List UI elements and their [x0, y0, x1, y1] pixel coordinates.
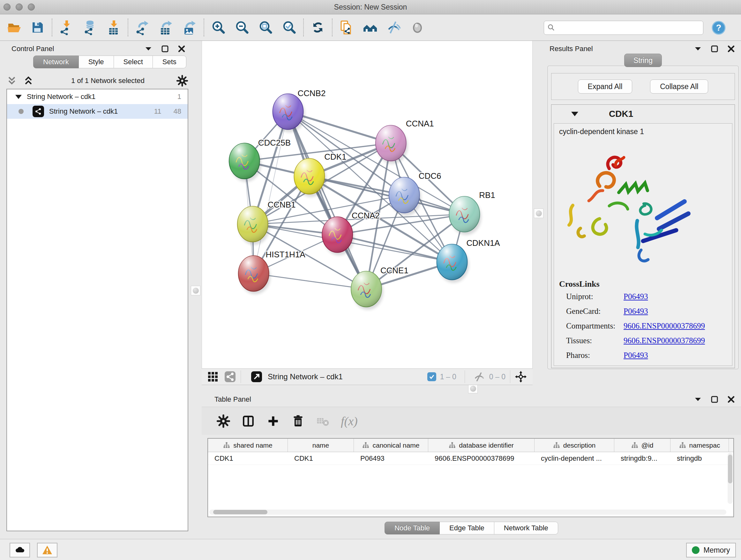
tab-network[interactable]: Network: [33, 56, 79, 68]
crosslink-uniprot-link[interactable]: P06493: [623, 292, 648, 301]
hidden-counts: 0 – 0: [489, 373, 506, 381]
zoom-in-icon[interactable]: [211, 20, 226, 35]
collection-expander-icon[interactable]: [15, 95, 22, 99]
network-row[interactable]: String Network – cdk1 11 48: [7, 104, 188, 119]
table-panel-float-icon[interactable]: [711, 395, 719, 403]
cell-description[interactable]: cyclin-dependent ...: [535, 452, 614, 464]
delete-column-icon[interactable]: [291, 414, 305, 428]
left-splitter[interactable]: [190, 41, 202, 539]
column-header-description[interactable]: description: [535, 439, 614, 452]
tab-edge-table[interactable]: Edge Table: [440, 522, 494, 535]
crosslink-genecard-link[interactable]: P06493: [623, 307, 648, 316]
network-node-CCNA2[interactable]: [322, 217, 354, 255]
network-node-CDKN1A[interactable]: [437, 244, 469, 283]
column-header-shared-name[interactable]: shared name: [208, 439, 288, 452]
memory-button[interactable]: Memory: [686, 543, 736, 557]
network-canvas[interactable]: CCNB2CCNA1CDC25BCDK1CDC6RB1CCNB1CCNA2CDK…: [202, 41, 533, 368]
results-panel-close-icon[interactable]: [727, 45, 735, 53]
table-panel-close-icon[interactable]: [727, 395, 735, 403]
results-panel-menu-icon[interactable]: [694, 45, 702, 53]
column-header-namespace[interactable]: namespac: [670, 439, 729, 452]
cell-database-identifier[interactable]: 9606.ENSP00000378699: [428, 452, 535, 464]
cell-name[interactable]: CDK1: [288, 452, 354, 464]
control-panel-menu-icon[interactable]: [144, 45, 152, 53]
detach-view-icon[interactable]: [251, 371, 263, 383]
cell-namespace[interactable]: stringdb: [670, 452, 729, 464]
crosslink-pharos-link[interactable]: P06493: [623, 351, 648, 360]
network-node-CCNA1[interactable]: [376, 125, 408, 164]
network-share-icon[interactable]: [224, 371, 236, 383]
results-panel-float-icon[interactable]: [711, 45, 719, 53]
pan-crosshair-icon[interactable]: [515, 371, 527, 383]
export-network-icon[interactable]: [135, 20, 150, 35]
tab-sets[interactable]: Sets: [153, 56, 186, 68]
gene-section-header[interactable]: CDK1: [551, 105, 735, 123]
table-settings-gear-icon[interactable]: [216, 414, 230, 428]
zoom-out-icon[interactable]: [234, 20, 250, 35]
save-session-icon[interactable]: [30, 20, 45, 35]
string-network-graph[interactable]: CCNB2CCNA1CDC25BCDK1CDC6RB1CCNB1CCNA2CDK…: [202, 41, 532, 368]
network-collection-row[interactable]: String Network – cdk1 1: [7, 89, 188, 104]
new-network-from-selection-icon[interactable]: [339, 20, 354, 35]
crosslink-tissues-link[interactable]: 9606.ENSP00000378699: [623, 336, 705, 345]
network-options-gear-icon[interactable]: [176, 75, 188, 87]
tab-style[interactable]: Style: [79, 56, 114, 68]
warnings-button[interactable]: [37, 543, 57, 557]
tab-node-table[interactable]: Node Table: [385, 522, 440, 535]
expand-all-button[interactable]: Expand All: [578, 79, 632, 94]
network-node-CCNE1[interactable]: [351, 271, 383, 310]
collapse-all-button[interactable]: Collapse All: [650, 79, 708, 94]
show-columns-icon[interactable]: [241, 414, 255, 428]
gene-expander-icon: [571, 112, 578, 116]
open-session-icon[interactable]: [6, 20, 22, 35]
cell-canonical-name[interactable]: P06493: [354, 452, 428, 464]
tab-select[interactable]: Select: [114, 56, 153, 68]
network-node-CDC25B[interactable]: [229, 143, 261, 182]
column-header-canonical-name[interactable]: canonical name: [354, 439, 428, 452]
control-panel-close-icon[interactable]: [178, 45, 186, 53]
search-input[interactable]: [556, 22, 703, 34]
network-node-CDC6[interactable]: [389, 177, 421, 216]
hide-selection-eye-icon[interactable]: [386, 20, 401, 35]
network-node-RB1[interactable]: [449, 196, 482, 235]
network-node-HIST1H1A[interactable]: [239, 256, 271, 294]
table-type-tabs: Node Table Edge Table Network Table: [202, 522, 741, 535]
help-icon[interactable]: ?: [711, 20, 727, 36]
control-panel-float-icon[interactable]: [161, 45, 169, 53]
import-table-from-file-icon[interactable]: [106, 20, 121, 35]
zoom-fit-icon[interactable]: [258, 20, 273, 35]
table-panel-menu-icon[interactable]: [694, 395, 702, 403]
import-network-from-database-icon[interactable]: [82, 20, 98, 35]
hidden-eye-icon[interactable]: [473, 371, 485, 383]
expand-all-networks-icon[interactable]: [23, 75, 34, 86]
node-label-CCNE1: CCNE1: [381, 266, 408, 275]
cell-shared-name[interactable]: CDK1: [208, 452, 288, 464]
table-vertical-scrollbar[interactable]: [728, 453, 733, 504]
network-node-CCNB2[interactable]: [273, 94, 305, 132]
show-all-eye-icon[interactable]: [410, 20, 425, 35]
cloud-button[interactable]: [10, 543, 30, 557]
tab-string[interactable]: String: [624, 54, 662, 67]
selected-checkbox-icon[interactable]: [427, 372, 436, 381]
export-image-icon[interactable]: [182, 20, 197, 35]
column-header-name[interactable]: name: [288, 439, 354, 452]
collapse-all-networks-icon[interactable]: [6, 75, 17, 86]
refresh-view-icon[interactable]: [310, 20, 326, 35]
crosslink-compartments-link[interactable]: 9606.ENSP00000378699: [623, 321, 705, 330]
network-node-CDK1[interactable]: [294, 159, 326, 197]
export-table-icon[interactable]: [158, 20, 174, 35]
column-header-database-identifier[interactable]: database identifier: [428, 439, 535, 452]
import-network-from-file-icon[interactable]: [59, 20, 74, 35]
cell-id[interactable]: stringdb:9...: [614, 452, 670, 464]
houses-icon[interactable]: [362, 20, 378, 35]
birds-eye-grid-icon[interactable]: [207, 371, 219, 383]
network-node-CCNB1[interactable]: [238, 206, 270, 245]
bottom-splitter[interactable]: [202, 385, 533, 393]
column-header-id[interactable]: @id: [614, 439, 670, 452]
create-column-icon[interactable]: [266, 414, 280, 428]
zoom-selected-icon[interactable]: [281, 20, 297, 35]
gene-details: cyclin-dependent kinase 1: [554, 123, 732, 366]
table-row[interactable]: CDK1 CDK1 P06493 9606.ENSP00000378699 cy…: [208, 452, 733, 465]
tab-network-table[interactable]: Network Table: [494, 522, 558, 535]
table-horizontal-scrollbar[interactable]: [209, 509, 726, 515]
